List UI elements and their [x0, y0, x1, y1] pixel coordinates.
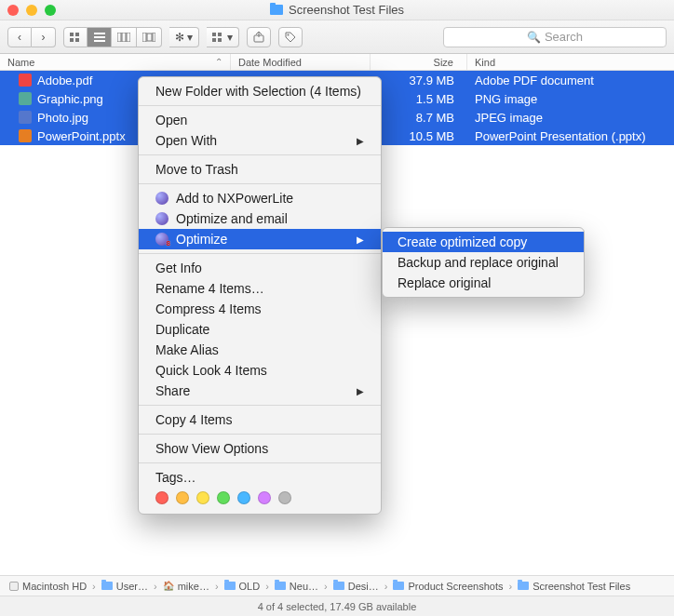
file-icon	[19, 74, 32, 87]
search-field[interactable]: 🔍 Search	[443, 27, 667, 47]
svg-rect-8	[122, 33, 126, 42]
menu-compress[interactable]: Compress 4 Items	[139, 299, 381, 319]
path-segment[interactable]: Screenshot Test Files	[518, 581, 630, 592]
tags-button[interactable]	[278, 27, 303, 47]
menu-open[interactable]: Open	[139, 110, 381, 130]
column-name[interactable]: Name⌃	[0, 54, 231, 70]
menu-view-options[interactable]: Show View Options	[139, 438, 381, 459]
file-name: PowerPoint.pptx	[37, 129, 126, 143]
toolbar: ‹ › ✻ ▾ ▾ 🔍 Search	[0, 20, 674, 54]
svg-rect-0	[70, 33, 74, 36]
menu-optimize[interactable]: 8Optimize▶	[139, 229, 381, 249]
column-kind[interactable]: Kind	[467, 54, 674, 70]
path-segment[interactable]: Product Screenshots	[393, 581, 503, 592]
column-date[interactable]: Date Modified	[231, 54, 371, 70]
gallery-view-button[interactable]	[137, 27, 162, 47]
submenu-replace-original[interactable]: Replace original	[383, 273, 584, 293]
file-kind: Adobe PDF document	[467, 74, 674, 87]
svg-rect-5	[94, 36, 105, 38]
file-name: Photo.jpg	[37, 111, 88, 125]
tag-color[interactable]	[176, 491, 189, 504]
menu-move-to-trash[interactable]: Move to Trash	[139, 159, 381, 180]
window-title: Screenshot Test Files	[289, 3, 404, 17]
path-segment[interactable]: User…	[101, 581, 148, 592]
back-button[interactable]: ‹	[7, 27, 32, 47]
menu-duplicate[interactable]: Duplicate	[139, 319, 381, 340]
svg-rect-6	[94, 40, 105, 42]
chevron-right-icon: ▶	[357, 136, 364, 146]
path-segment[interactable]: Desi…	[333, 581, 379, 592]
folder-icon	[518, 582, 529, 590]
file-size: 10.5 MB	[371, 129, 467, 143]
share-button[interactable]	[247, 27, 271, 47]
menu-rename[interactable]: Rename 4 Items…	[139, 278, 381, 299]
svg-rect-9	[127, 33, 130, 42]
menu-tags[interactable]: Tags…	[139, 467, 381, 488]
tag-color[interactable]	[155, 491, 168, 504]
menu-add-nxpowerlite[interactable]: Add to NXPowerLite	[139, 188, 381, 208]
search-placeholder: Search	[545, 30, 583, 44]
tag-color[interactable]	[196, 491, 209, 504]
menu-quick-look[interactable]: Quick Look 4 Items	[139, 360, 381, 381]
svg-rect-15	[212, 38, 216, 42]
path-label: Neu…	[290, 581, 318, 592]
path-label: Product Screenshots	[408, 581, 503, 592]
action-menu-button[interactable]: ✻ ▾	[169, 27, 199, 47]
svg-rect-14	[218, 33, 222, 36]
disk-icon	[9, 582, 19, 591]
path-segment[interactable]: OLD	[224, 581, 261, 592]
nxpowerlite-icon: 8	[155, 233, 168, 246]
column-view-button[interactable]	[112, 27, 137, 47]
nxpowerlite-icon	[155, 192, 168, 205]
svg-rect-12	[153, 33, 155, 42]
file-name: Graphic.png	[37, 92, 103, 106]
home-icon: 🏠	[163, 581, 174, 591]
file-kind: PowerPoint Presentation (.pptx)	[467, 129, 674, 143]
folder-icon	[270, 5, 283, 15]
column-headers: Name⌃ Date Modified Size Kind	[0, 54, 674, 71]
path-label: Macintosh HD	[22, 581, 87, 592]
path-label: OLD	[239, 581, 261, 592]
status-bar: 4 of 4 selected, 17.49 GB available	[0, 596, 674, 616]
file-size: 1.5 MB	[371, 92, 467, 106]
chevron-right-icon: ›	[322, 581, 330, 592]
chevron-right-icon: ›	[90, 581, 98, 592]
menu-new-folder[interactable]: New Folder with Selection (4 Items)	[139, 81, 381, 101]
path-segment[interactable]: Macintosh HD	[9, 581, 87, 592]
menu-get-info[interactable]: Get Info	[139, 258, 381, 278]
chevron-right-icon: ›	[383, 581, 390, 592]
folder-icon	[275, 582, 286, 590]
tag-color[interactable]	[258, 491, 271, 504]
submenu-backup-replace[interactable]: Backup and replace original	[383, 252, 584, 273]
tag-color[interactable]	[237, 491, 250, 504]
icon-view-button[interactable]	[63, 27, 88, 47]
file-size: 8.7 MB	[371, 111, 467, 125]
file-icon	[19, 111, 32, 124]
menu-make-alias[interactable]: Make Alias	[139, 340, 381, 360]
menu-copy[interactable]: Copy 4 Items	[139, 409, 381, 430]
tag-color[interactable]	[278, 491, 291, 504]
nav-buttons: ‹ ›	[7, 27, 56, 47]
svg-rect-13	[212, 33, 216, 36]
forward-button[interactable]: ›	[32, 27, 56, 47]
tag-color[interactable]	[217, 491, 230, 504]
path-segment[interactable]: 🏠mike…	[163, 581, 209, 592]
file-kind: PNG image	[467, 92, 674, 106]
path-segment[interactable]: Neu…	[275, 581, 318, 592]
svg-rect-1	[75, 33, 79, 36]
search-icon: 🔍	[527, 31, 541, 44]
tag-color-row	[139, 488, 381, 510]
menu-share[interactable]: Share▶	[139, 381, 381, 401]
svg-rect-3	[75, 38, 79, 42]
menu-optimize-email[interactable]: Optimize and email	[139, 208, 381, 229]
folder-icon	[333, 582, 344, 590]
column-size[interactable]: Size	[371, 54, 467, 70]
titlebar: Screenshot Test Files	[0, 0, 674, 20]
group-menu-button[interactable]: ▾	[207, 27, 238, 47]
menu-open-with[interactable]: Open With▶	[139, 130, 381, 151]
chevron-right-icon: ›	[213, 581, 221, 592]
path-label: Desi…	[348, 581, 379, 592]
chevron-right-icon: ▶	[357, 386, 364, 396]
submenu-create-optimized-copy[interactable]: Create optimized copy	[383, 232, 584, 252]
list-view-button[interactable]	[88, 27, 112, 47]
